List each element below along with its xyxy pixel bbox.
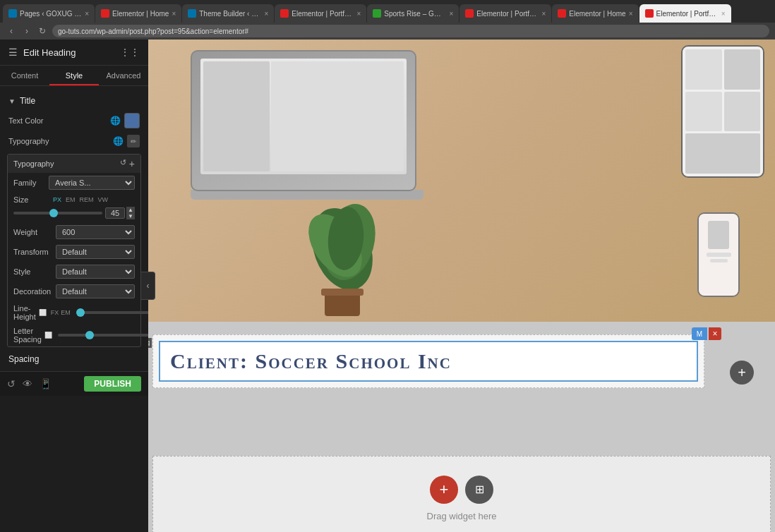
unit-em[interactable]: EM [64,195,77,204]
unit-rem[interactable]: REM [78,195,95,204]
reload-button[interactable]: ↻ [37,25,48,37]
forward-button[interactable]: › [21,25,32,37]
tab-label-5: Elementor | Portfolio lo... [476,10,539,18]
tab-2[interactable]: Theme Builder ‹ GOXI... × [182,4,274,23]
tab-label-0: Pages ‹ GOXUG – Wo... [20,10,82,18]
tab-7[interactable]: Elementor | Portfolio... × [639,4,731,23]
tab-3[interactable]: Elementor | Portfolio si... × [275,4,366,23]
letter-spacing-info-icon[interactable]: ⬜ [44,332,52,339]
weight-select[interactable]: 600 [56,225,135,239]
style-select[interactable]: Default [56,265,135,279]
eye-icon[interactable]: 👁 [23,378,32,389]
refresh-icon[interactable]: ↺ [120,158,126,169]
unit-vw[interactable]: VW [97,195,110,204]
line-height-unit-em[interactable]: EM [61,309,71,316]
nav-bar: ‹ › ↻ go-tuts.com/wp-admin/post.php?post… [0,23,775,40]
hamburger-icon[interactable]: ☰ [8,47,18,58]
tab-0[interactable]: Pages ‹ GOXUG – Wo... × [3,4,95,23]
panel-tabs: Content Style Advanced [0,66,148,86]
text-color-picker[interactable] [124,113,140,128]
tab-label-4: Sports Rise – GOXUG [384,10,446,18]
text-color-row: Text Color 🌐 [0,110,148,131]
canvas-top-section [148,40,775,322]
tab-5[interactable]: Elementor | Portfolio lo... × [459,4,551,23]
typography-label: Typography [8,137,112,145]
family-label: Family [13,179,49,187]
size-slider[interactable] [13,212,102,214]
typography-controls: 🌐 ✏ [112,135,140,147]
panel-collapse-button[interactable]: ‹ [141,272,155,300]
section-arrow-icon: ▼ [8,97,16,105]
decoration-label: Decoration [13,287,56,296]
heading-widget[interactable]: Client: Soccer School Inc [159,341,698,382]
tab-favicon-1 [101,9,109,18]
typography-sub-title: Typography [13,159,54,168]
line-height-unit-fx[interactable]: FX [51,309,59,316]
grid-icon[interactable]: ⋮⋮ [120,47,140,58]
bottom-panel-icons: ↺ 👁 📱 [7,378,52,389]
tab-6[interactable]: Elementor | Home × [552,4,638,23]
size-increment[interactable]: ▲ [126,207,135,213]
tab-style[interactable]: Style [49,66,99,85]
typography-edit-icon[interactable]: ✏ [127,135,140,147]
add-column-button[interactable]: + [730,361,754,385]
typography-sub-header: Typography ↺ + [8,155,140,173]
back-button[interactable]: ‹ [6,25,17,37]
browser-chrome: Pages ‹ GOXUG – Wo... × Elementor | Home… [0,0,775,40]
line-height-info-icon[interactable]: ⬜ [39,309,47,316]
tab-label-6: Elementor | Home [569,10,625,18]
decoration-select[interactable]: Default [56,284,135,298]
size-unit-group: PX EM REM VW [52,195,109,204]
tab-content[interactable]: Content [0,66,49,85]
widget-toolbar: M × [692,327,721,340]
tab-label-2: Theme Builder ‹ GOXI... [199,10,261,18]
transform-row: Transform Default [8,242,140,262]
bottom-panel-bar: ↺ 👁 📱 PUBLISH [0,371,148,396]
tab-1[interactable]: Elementor | Home × [95,4,181,23]
widget-edit-button[interactable]: M [692,327,707,340]
plus-icon[interactable]: + [129,158,135,169]
family-select[interactable]: Averia S... [49,176,135,190]
tab-close-7[interactable]: × [721,10,726,18]
unit-px[interactable]: PX [52,195,63,204]
tab-favicon-5 [465,9,474,18]
tab-close-1[interactable]: × [172,10,176,18]
add-widget-button[interactable]: + [430,476,458,504]
typography-global-icon[interactable]: 🌐 [112,135,124,147]
family-row: Family Averia S... [8,173,140,193]
section-bracket-icon[interactable]: ▤ [148,338,152,348]
size-row: Size PX EM REM VW [8,193,140,207]
tab-close-0[interactable]: × [85,10,89,18]
line-height-slider[interactable] [76,311,148,314]
widget-delete-button[interactable]: × [709,327,721,340]
transform-select[interactable]: Default [56,245,135,259]
letter-spacing-row: Letter Spacing ⬜ [8,324,140,346]
history-icon[interactable]: ↺ [7,378,16,389]
tab-close-2[interactable]: × [264,10,268,18]
tab-close-5[interactable]: × [541,10,546,18]
tab-favicon-7 [645,9,654,18]
address-bar[interactable]: go-tuts.com/wp-admin/post.php?post=95&ac… [52,25,769,37]
size-input[interactable] [105,207,125,219]
tab-4[interactable]: Sports Rise – GOXUG × [367,4,459,23]
letter-spacing-slider[interactable] [58,334,148,337]
spacing-label-row: Spacing [0,350,148,365]
tab-advanced[interactable]: Advanced [99,66,148,85]
title-section-header[interactable]: ▼ Title [0,92,148,110]
tab-close-4[interactable]: × [449,10,453,18]
title-section-label: Title [20,96,35,106]
publish-button[interactable]: PUBLISH [84,376,141,392]
panel-header: ☰ Edit Heading ⋮⋮ [0,40,148,66]
style-row: Style Default [8,262,140,282]
devices-icon[interactable]: 📱 [40,378,52,389]
text-color-global-icon[interactable]: 🌐 [109,114,121,127]
tablet-decoration [681,45,769,183]
panel-content: ▼ Title Text Color 🌐 Typography 🌐 [0,86,148,371]
tab-close-6[interactable]: × [629,10,633,18]
tab-label-3: Elementor | Portfolio si... [292,10,354,18]
line-height-row: Line-Height ⬜ FX EM [8,301,140,324]
size-decrement[interactable]: ▼ [126,213,135,219]
tab-favicon-3 [280,9,289,18]
drag-widget-button[interactable]: ⊞ [465,476,493,504]
tab-close-3[interactable]: × [356,10,361,18]
